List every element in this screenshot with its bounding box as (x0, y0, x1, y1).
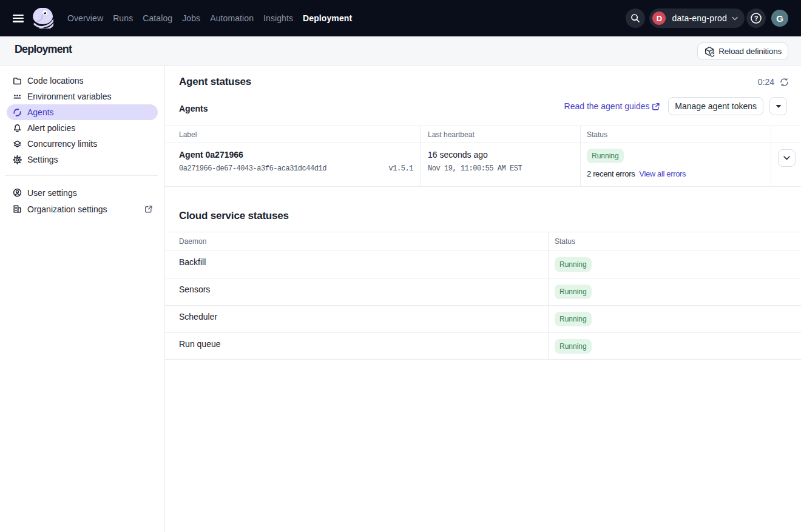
svg-text:?: ? (754, 15, 759, 22)
